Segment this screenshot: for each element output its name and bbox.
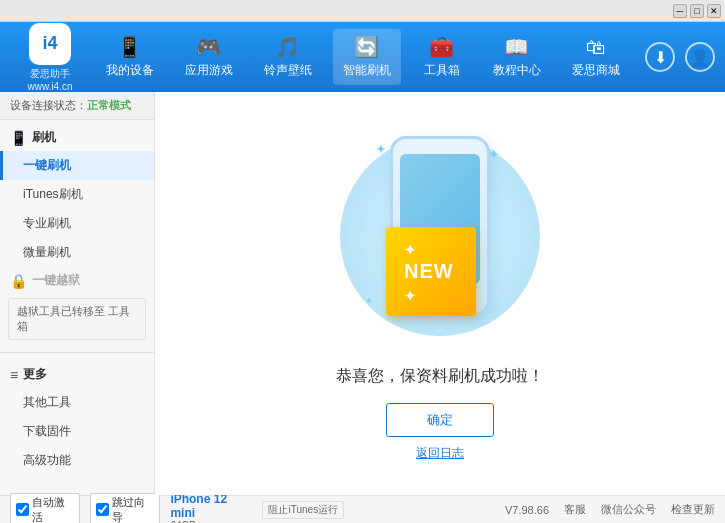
- success-text: 恭喜您，保资料刷机成功啦！: [336, 366, 544, 387]
- sidebar: 设备连接状态：正常模式 📱 刷机 一键刷机 iTunes刷机 专业刷机 微量刷机…: [0, 92, 155, 495]
- smart-flash-icon: 🔄: [354, 35, 379, 59]
- toolbox-icon: 🧰: [429, 35, 454, 59]
- header: i4 爱思助手 www.i4.cn 📱 我的设备 🎮 应用游戏 🎵 铃声壁纸 🔄…: [0, 22, 725, 92]
- header-actions: ⬇ 👤: [645, 42, 715, 72]
- ringtone-icon: 🎵: [275, 35, 300, 59]
- sidebar-item-other-tools[interactable]: 其他工具: [0, 388, 154, 417]
- minimize-button[interactable]: ─: [673, 4, 687, 18]
- sidebar-jailbreak-header: 🔒 一键越狱: [0, 267, 154, 294]
- title-bar: ─ □ ✕: [0, 0, 725, 22]
- sparkle-1: ✦: [375, 141, 387, 157]
- maximize-button[interactable]: □: [690, 4, 704, 18]
- nav-ringtone[interactable]: 🎵 铃声壁纸: [254, 29, 322, 85]
- back-link[interactable]: 返回日志: [416, 445, 464, 462]
- jailbreak-notice: 越狱工具已转移至 工具箱: [8, 298, 146, 340]
- check-update-link[interactable]: 检查更新: [671, 502, 715, 517]
- flash-section-label: 刷机: [32, 129, 56, 146]
- sidebar-item-itunes-flash[interactable]: iTunes刷机: [0, 180, 154, 209]
- skip-guide-checkbox[interactable]: 跳过向导: [90, 493, 160, 524]
- download-button[interactable]: ⬇: [645, 42, 675, 72]
- nav-my-device-label: 我的设备: [106, 62, 154, 79]
- device-storage: 64GB: [170, 520, 252, 524]
- phone-illustration: ✦ ✦ ✦ NEW: [350, 126, 530, 346]
- nav-toolbox[interactable]: 🧰 工具箱: [412, 29, 472, 85]
- nav-apps-games-label: 应用游戏: [185, 62, 233, 79]
- lock-icon: 🔒: [10, 273, 27, 289]
- sidebar-item-one-click-flash[interactable]: 一键刷机: [0, 151, 154, 180]
- sidebar-item-download-firmware[interactable]: 下载固件: [0, 417, 154, 446]
- nav-mall-label: 爱思商城: [572, 62, 620, 79]
- more-section-icon: ≡: [10, 367, 18, 383]
- nav-tutorial-label: 教程中心: [493, 62, 541, 79]
- account-button[interactable]: 👤: [685, 42, 715, 72]
- version-text: V7.98.66: [505, 504, 549, 516]
- sidebar-item-advanced[interactable]: 高级功能: [0, 446, 154, 475]
- nav-apps-games[interactable]: 🎮 应用游戏: [175, 29, 243, 85]
- nav-bar: 📱 我的设备 🎮 应用游戏 🎵 铃声壁纸 🔄 智能刷机 🧰 工具箱 📖 教程中心…: [90, 29, 635, 85]
- sidebar-item-micro-flash[interactable]: 微量刷机: [0, 238, 154, 267]
- device-name: iPhone 12 mini: [170, 492, 252, 520]
- sidebar-flash-section: 📱 刷机 一键刷机 iTunes刷机 专业刷机 微量刷机 🔒 一键越狱 越狱工具…: [0, 120, 154, 348]
- new-badge: NEW: [386, 227, 476, 316]
- more-section-label: 更多: [23, 366, 47, 383]
- sidebar-item-pro-flash[interactable]: 专业刷机: [0, 209, 154, 238]
- logo-url: www.i4.cn: [27, 81, 72, 92]
- logo: i4 爱思助手 www.i4.cn: [10, 23, 90, 92]
- apps-games-icon: 🎮: [196, 35, 221, 59]
- confirm-button[interactable]: 确定: [386, 403, 494, 437]
- nav-tutorial[interactable]: 📖 教程中心: [483, 29, 551, 85]
- mall-icon: 🛍: [586, 36, 606, 59]
- wechat-link[interactable]: 微信公众号: [601, 502, 656, 517]
- close-button[interactable]: ✕: [707, 4, 721, 18]
- status-value: 正常模式: [87, 99, 131, 111]
- tutorial-icon: 📖: [504, 35, 529, 59]
- nav-my-device[interactable]: 📱 我的设备: [96, 29, 164, 85]
- sparkle-3: ✦: [365, 295, 373, 306]
- jailbreak-label: 一键越狱: [32, 272, 80, 289]
- nav-mall[interactable]: 🛍 爱思商城: [562, 29, 630, 85]
- nav-smart-flash[interactable]: 🔄 智能刷机: [333, 29, 401, 85]
- sidebar-more-section: ≡ 更多 其他工具 下载固件 高级功能: [0, 357, 154, 479]
- nav-smart-flash-label: 智能刷机: [343, 62, 391, 79]
- main-layout: 设备连接状态：正常模式 📱 刷机 一键刷机 iTunes刷机 专业刷机 微量刷机…: [0, 92, 725, 495]
- support-link[interactable]: 客服: [564, 502, 586, 517]
- logo-name: 爱思助手: [30, 67, 70, 81]
- status-bar: 设备连接状态：正常模式: [0, 92, 154, 120]
- itunes-status[interactable]: 阻止iTunes运行: [262, 501, 344, 519]
- logo-icon: i4: [29, 23, 71, 65]
- sidebar-flash-header: 📱 刷机: [0, 124, 154, 151]
- nav-toolbox-label: 工具箱: [424, 62, 460, 79]
- auto-activate-checkbox[interactable]: 自动激活: [10, 493, 80, 524]
- sidebar-more-header: ≡ 更多: [0, 361, 154, 388]
- sidebar-divider: [0, 352, 154, 353]
- my-device-icon: 📱: [117, 35, 142, 59]
- bottom-bar: 自动激活 跳过向导 📱 iPhone 12 mini 64GB Down-12m…: [0, 495, 725, 523]
- nav-ringtone-label: 铃声壁纸: [264, 62, 312, 79]
- status-label: 设备连接状态：: [10, 99, 87, 111]
- bottom-right: V7.98.66 客服 微信公众号 检查更新: [505, 502, 715, 517]
- flash-section-icon: 📱: [10, 130, 27, 146]
- content-area: ✦ ✦ ✦ NEW 恭喜您，保资料刷机成功啦！ 确定 返回日志: [155, 92, 725, 495]
